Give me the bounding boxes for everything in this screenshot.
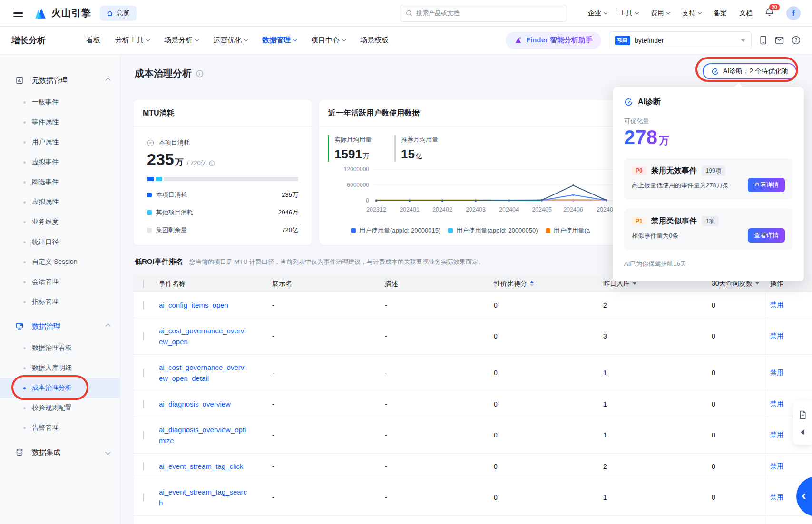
row-checkbox[interactable] [143, 431, 144, 439]
sidebar-group-3[interactable]: 数据集成 [0, 442, 120, 462]
ai-diagnosis-button[interactable]: AI诊断：2 个待优化项 [703, 63, 797, 79]
chart-legend-item-2[interactable]: 用户使用量(appId: 20000050) [448, 226, 538, 235]
row-checkbox[interactable] [143, 493, 144, 502]
user-avatar[interactable]: f [786, 6, 801, 20]
event-name-link[interactable]: ai_cost_governance_overview_open_detail [159, 362, 247, 384]
nav-tab-2[interactable]: 分析工具 [115, 36, 149, 45]
quota-info-icon[interactable] [209, 160, 215, 166]
yesterday-count-cell: 2 [603, 463, 712, 470]
score-cell: 0 [494, 431, 603, 439]
sidebar-item-统计口径[interactable]: 统计口径 [0, 232, 120, 252]
sidebar-group-label: 元数据管理 [32, 76, 68, 85]
disable-action-link[interactable]: 禁用 [770, 400, 783, 408]
disable-action-link[interactable]: 禁用 [770, 332, 783, 340]
disable-action-link[interactable]: 禁用 [770, 493, 783, 501]
row-checkbox[interactable] [143, 400, 144, 408]
notification-bell-icon[interactable]: 20 [765, 8, 774, 19]
sidebar-item-业务维度[interactable]: 业务维度 [0, 212, 120, 232]
row-checkbox-cell [134, 431, 159, 439]
sidebar-item-label: 虚拟属性 [32, 198, 59, 206]
sort-desc-icon[interactable] [633, 282, 636, 285]
action-cell: 禁用 [765, 462, 812, 471]
topbar-menu-item-2[interactable]: 工具 [619, 9, 638, 18]
bullet-dot-icon [23, 407, 26, 409]
nav-tab-1[interactable]: 看板 [86, 36, 100, 45]
sidebar-item-成本治理分析[interactable]: 成本治理分析 [0, 378, 120, 398]
project-badge: 项目 [615, 36, 630, 45]
nav-tab-6[interactable]: 项目中心 [311, 36, 345, 45]
row-checkbox[interactable] [143, 301, 144, 310]
sidebar-item-告警管理[interactable]: 告警管理 [0, 418, 120, 438]
event-name-link[interactable]: ai_event_stream_tag_click [159, 461, 247, 472]
column-header-3[interactable]: 描述 [385, 280, 494, 288]
disable-action-link[interactable]: 禁用 [770, 301, 783, 309]
topbar-menu-item-6[interactable]: 文档 [739, 9, 753, 18]
row-checkbox-cell [134, 463, 159, 470]
sidebar-item-虚拟事件[interactable]: 虚拟事件 [0, 152, 120, 172]
event-name-link[interactable]: ai_diagnosis_overview [159, 398, 247, 409]
sidebar-item-自定义 Session[interactable]: 自定义 Session [0, 252, 120, 272]
row-checkbox[interactable] [143, 369, 144, 377]
search-input[interactable]: 搜索产品或文档 [400, 5, 567, 22]
topbar-menu-item-5[interactable]: 备案 [714, 9, 727, 18]
sidebar-item-会话管理[interactable]: 会话管理 [0, 272, 120, 292]
topbar-menu-item-3[interactable]: 费用 [651, 9, 670, 18]
select-all-checkbox[interactable] [143, 280, 144, 288]
column-header-2[interactable]: 展示名 [272, 280, 385, 288]
chart-legend-item-3[interactable]: 用户使用量(a [546, 226, 590, 235]
nav-tab-5[interactable]: 数据管理 [262, 36, 296, 45]
sort-icons[interactable] [530, 281, 534, 287]
mobile-console-icon[interactable] [759, 36, 767, 45]
column-header-1[interactable]: 事件名称 [159, 280, 272, 288]
sidebar-item-label: 校验规则配置 [32, 404, 72, 412]
view-details-button[interactable]: 查看详情 [748, 178, 785, 192]
sort-desc-icon[interactable] [755, 282, 759, 285]
nav-tab-4[interactable]: 运营优化 [213, 36, 247, 45]
collapse-panel-icon[interactable] [801, 429, 804, 435]
sidebar-item-用户属性[interactable]: 用户属性 [0, 132, 120, 152]
sidebar-item-一般事件[interactable]: 一般事件 [0, 92, 120, 112]
sidebar-group-2[interactable]: 数据治理 [0, 316, 120, 336]
disable-action-link[interactable]: 禁用 [770, 462, 783, 470]
sidebar-group-1[interactable]: 元数据管理 [0, 70, 120, 90]
sidebar-item-圈选事件[interactable]: 圈选事件 [0, 172, 120, 192]
disable-action-link[interactable]: 禁用 [770, 431, 783, 438]
sidebar-item-指标管理[interactable]: 指标管理 [0, 292, 120, 312]
report-icon[interactable] [799, 410, 807, 419]
disable-action-link[interactable]: 禁用 [770, 369, 783, 376]
score-cell: 0 [494, 301, 603, 309]
volcano-logo-icon [33, 6, 48, 20]
finder-assistant-button[interactable]: Finder 智能分析助手 [506, 32, 601, 49]
search-icon [406, 10, 412, 17]
overview-button[interactable]: 总览 [100, 6, 137, 21]
nav-tab-7[interactable]: 场景模板 [360, 36, 389, 45]
brand-logo[interactable]: 火山引擎 [33, 6, 91, 20]
view-details-button[interactable]: 查看详情 [748, 228, 785, 243]
hamburger-menu-icon[interactable] [11, 8, 25, 19]
bullet-dot-icon [23, 281, 26, 283]
data-governance-icon [16, 322, 23, 330]
project-selector[interactable]: 项目 bytefinder [609, 31, 752, 49]
chart-legend-item-1[interactable]: 用户使用量(appId: 20000015) [351, 226, 440, 235]
event-name-link[interactable]: ai_event_stream_tag_search [159, 486, 247, 508]
sidebar-item-校验规则配置[interactable]: 校验规则配置 [0, 398, 120, 418]
popup-metric-unit: 万 [659, 134, 669, 148]
sidebar-item-事件属性[interactable]: 事件属性 [0, 112, 120, 132]
column-header-4[interactable]: 性价比得分 [494, 280, 603, 288]
sidebar-item-数据入库明细[interactable]: 数据入库明细 [0, 358, 120, 378]
event-name-link[interactable]: ai_cost_governance_overview_open [159, 325, 247, 347]
project-name: bytefinder [635, 37, 664, 44]
sidebar-item-数据治理看板[interactable]: 数据治理看板 [0, 338, 120, 358]
info-icon[interactable] [196, 70, 204, 78]
event-name-link[interactable]: ai_config_items_open [159, 300, 247, 311]
topbar-menu-item-1[interactable]: 企业 [588, 9, 607, 18]
nav-tab-3[interactable]: 场景分析 [164, 36, 198, 45]
event-name-link[interactable]: ai_diagnosis_overview_optimize [159, 424, 247, 446]
row-checkbox[interactable] [143, 332, 144, 340]
topbar-menu-item-4[interactable]: 支持 [682, 9, 701, 18]
message-icon[interactable] [775, 36, 784, 44]
row-checkbox[interactable] [143, 462, 144, 471]
sidebar-item-虚拟属性[interactable]: 虚拟属性 [0, 192, 120, 212]
help-icon[interactable]: ? [792, 36, 801, 45]
sidebar-item-label: 自定义 Session [32, 258, 78, 266]
